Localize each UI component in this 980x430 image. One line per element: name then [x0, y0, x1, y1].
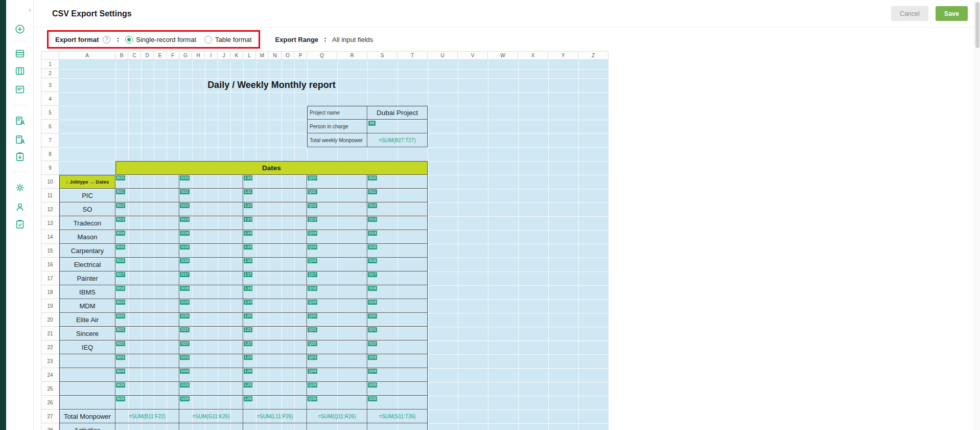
field-tag[interactable]: G18	[180, 286, 190, 291]
column-header[interactable]: V	[458, 51, 488, 60]
field-tag[interactable]: Q15	[308, 244, 317, 250]
field-tag[interactable]: B24	[116, 369, 125, 374]
clipboard-check-icon[interactable]	[14, 219, 26, 230]
column-header[interactable]: J	[218, 51, 230, 60]
row-header[interactable]: 19	[41, 299, 59, 313]
column-header[interactable]: D	[141, 51, 154, 60]
field-tag[interactable]: S22	[368, 341, 377, 346]
row-header[interactable]: 24	[41, 368, 59, 382]
row-header[interactable]: 13	[41, 216, 59, 230]
row-header[interactable]: 7	[41, 133, 59, 147]
field-tag[interactable]: B11	[116, 189, 125, 194]
field-tag[interactable]: G19	[180, 300, 190, 305]
help-icon[interactable]: ?	[103, 36, 110, 43]
column-header[interactable]: Y	[548, 51, 578, 60]
field-tag[interactable]: G11	[180, 189, 190, 194]
row-header[interactable]: 1	[41, 60, 59, 69]
plus-circle-icon[interactable]	[14, 24, 26, 35]
field-tag[interactable]: B16	[116, 258, 125, 263]
column-header[interactable]: R	[337, 51, 367, 60]
field-tag[interactable]: Q16	[308, 258, 317, 263]
field-tag[interactable]: Q24	[308, 369, 317, 374]
column-header[interactable]: Q	[307, 51, 337, 60]
row-header[interactable]: 14	[41, 230, 59, 244]
field-tag[interactable]: G16	[180, 258, 190, 263]
field-tag[interactable]: L14	[244, 231, 252, 236]
column-header[interactable]: I	[205, 51, 218, 60]
field-tag[interactable]: Q19	[308, 300, 317, 305]
field-tag[interactable]: B21	[116, 327, 125, 332]
column-header[interactable]: W	[488, 51, 518, 60]
gear-icon[interactable]	[14, 182, 26, 193]
row-header[interactable]: 18	[41, 285, 59, 299]
field-tag[interactable]: S14	[368, 231, 377, 236]
column-header[interactable]: H	[192, 51, 205, 60]
field-tag[interactable]: L13	[244, 217, 252, 222]
row-header[interactable]: 2	[41, 69, 59, 78]
field-tag[interactable]: B17	[116, 272, 125, 277]
row-header[interactable]: 28	[41, 423, 59, 430]
field-tag[interactable]: S19	[368, 300, 377, 305]
row-header[interactable]: 15	[41, 244, 59, 258]
field-tag[interactable]: B25	[116, 382, 125, 388]
field-tag[interactable]: S20	[368, 313, 377, 319]
board-columns-icon[interactable]	[14, 65, 26, 77]
field-tag[interactable]: S21	[368, 327, 377, 332]
field-tag[interactable]: G26	[180, 396, 190, 401]
column-header[interactable]: U	[428, 51, 458, 60]
field-tag[interactable]: G21	[180, 327, 190, 332]
field-tag[interactable]: Q23	[308, 355, 317, 360]
column-header[interactable]: X	[518, 51, 548, 60]
field-tag[interactable]: B26	[116, 396, 125, 401]
clipboard-download-icon[interactable]	[14, 151, 26, 163]
scrollbar-thumb[interactable]	[975, 2, 979, 48]
field-tag[interactable]: L16	[244, 258, 252, 263]
card-view-icon[interactable]	[14, 84, 26, 95]
row-header[interactable]: 22	[41, 341, 59, 354]
column-header[interactable]: F	[167, 51, 179, 60]
field-tag[interactable]: L19	[244, 300, 252, 305]
row-header[interactable]: 20	[41, 313, 59, 327]
field-tag[interactable]: Q11	[308, 189, 317, 194]
person-document-icon[interactable]	[14, 115, 26, 126]
field-tag[interactable]: L22	[244, 341, 252, 346]
save-button[interactable]: Save	[936, 6, 968, 21]
field-tag[interactable]: G24	[180, 369, 190, 374]
field-tag[interactable]: B13	[116, 217, 125, 222]
row-header[interactable]: 17	[41, 271, 59, 285]
sidebar-expand-chevron[interactable]: ›	[29, 6, 31, 13]
column-header[interactable]: T	[398, 51, 428, 60]
field-tag[interactable]: G15	[180, 244, 190, 250]
field-tag[interactable]: S10	[368, 175, 377, 180]
field-tag[interactable]: B20	[116, 313, 125, 319]
row-header[interactable]: 5	[41, 106, 59, 120]
field-tag[interactable]: Q12	[308, 203, 317, 208]
column-header[interactable]: E	[154, 51, 167, 60]
cancel-button[interactable]: Cancel	[891, 6, 928, 21]
row-header[interactable]: 10	[41, 175, 59, 189]
column-header[interactable]: B	[115, 51, 128, 60]
row-header[interactable]: 11	[41, 189, 59, 202]
row-header[interactable]: 21	[41, 327, 59, 341]
field-tag[interactable]: G20	[180, 313, 190, 319]
row-header[interactable]: 27	[41, 410, 59, 423]
field-tag[interactable]: L25	[244, 382, 252, 388]
field-tag[interactable]: L18	[244, 286, 252, 291]
row-header[interactable]: 16	[41, 258, 59, 271]
export-format-option-2[interactable]: Table format	[204, 36, 252, 43]
field-tag[interactable]: L10	[244, 175, 252, 180]
field-tag[interactable]: Q13	[308, 217, 317, 222]
field-tag[interactable]: B10	[116, 175, 125, 180]
field-tag[interactable]: B23	[116, 355, 125, 360]
field-tag[interactable]: Q20	[308, 313, 317, 319]
table-rows-icon[interactable]	[14, 48, 26, 59]
field-tag[interactable]: G13	[180, 217, 190, 222]
column-header[interactable]: S	[367, 51, 398, 60]
field-tag[interactable]: Q10	[308, 175, 317, 180]
column-header[interactable]: K	[230, 51, 243, 60]
column-header[interactable]: C	[128, 51, 141, 60]
field-tag[interactable]: S25	[368, 382, 377, 388]
field-tag[interactable]: Q21	[308, 327, 317, 332]
row-header[interactable]: 25	[41, 382, 59, 396]
row-header[interactable]: 6	[41, 120, 59, 133]
